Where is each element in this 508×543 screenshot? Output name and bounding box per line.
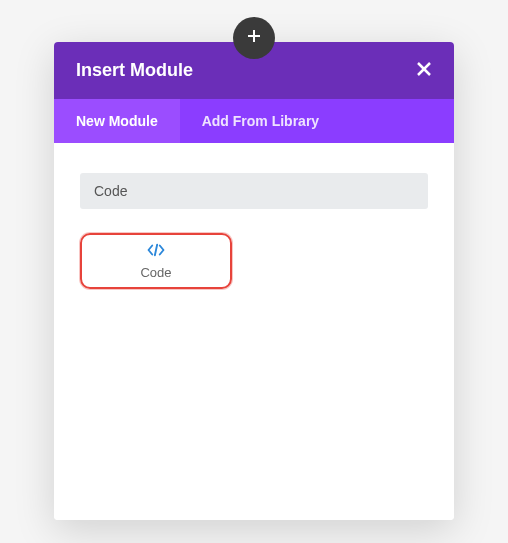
insert-module-modal: Insert Module New Module Add From Librar… (54, 42, 454, 520)
module-label: Code (140, 265, 171, 280)
modal-title: Insert Module (76, 60, 193, 81)
add-module-button[interactable] (233, 17, 275, 59)
module-item-code[interactable]: Code (80, 233, 232, 289)
close-button[interactable] (416, 61, 432, 81)
plus-icon (247, 29, 261, 47)
module-grid: Code (80, 233, 428, 289)
tab-add-from-library[interactable]: Add From Library (180, 99, 341, 143)
tab-new-module[interactable]: New Module (54, 99, 180, 143)
modal-body: Code (54, 143, 454, 520)
code-icon (147, 243, 165, 261)
close-icon (416, 61, 432, 81)
svg-line-4 (155, 244, 157, 255)
tabs: New Module Add From Library (54, 99, 454, 143)
search-input[interactable] (80, 173, 428, 209)
